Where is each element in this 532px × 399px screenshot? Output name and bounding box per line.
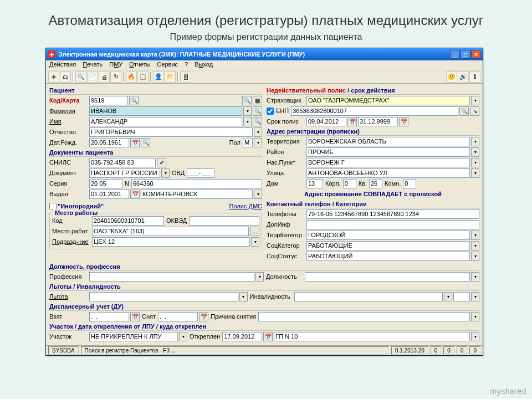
chk-enp[interactable] — [267, 108, 274, 115]
menu-reports[interactable]: Отчеты — [129, 61, 150, 69]
input-otkr-date[interactable] — [222, 332, 262, 341]
input-dop[interactable] — [306, 220, 479, 229]
tb-user-icon[interactable]: 👤 — [153, 71, 164, 83]
cal-otkr-icon[interactable] — [263, 332, 273, 341]
input-gp[interactable] — [274, 332, 470, 341]
find-icon[interactable]: 🔍 — [242, 96, 252, 105]
input-ovd[interactable] — [187, 168, 214, 178]
dd-terrkat[interactable] — [471, 231, 479, 240]
input-prich[interactable] — [258, 312, 470, 321]
maximize-button[interactable]: □ — [461, 50, 470, 59]
qr-icon[interactable]: ▦ — [253, 96, 262, 105]
input-seria[interactable] — [89, 179, 122, 188]
input-srok-from[interactable] — [306, 117, 346, 126]
input-strah[interactable] — [306, 96, 470, 105]
input-srok-to[interactable] — [358, 117, 398, 126]
input-snils[interactable] — [89, 158, 156, 167]
input-imya[interactable] — [89, 117, 242, 126]
input-raion[interactable] — [306, 147, 470, 157]
input-kod[interactable] — [89, 96, 128, 105]
menu-help[interactable]: ? — [185, 61, 188, 69]
input-nomer[interactable] — [131, 179, 262, 188]
input-terrkat[interactable] — [306, 231, 470, 240]
input-pol[interactable] — [243, 138, 253, 147]
tb-sound-icon[interactable]: 🔊 — [458, 71, 469, 83]
input-otchestvo[interactable] — [89, 127, 253, 137]
cal-dob-icon[interactable] — [130, 138, 140, 147]
input-sockat[interactable] — [306, 241, 470, 250]
tb-info-icon[interactable]: ℹ — [469, 71, 480, 83]
dd-imya[interactable] — [243, 117, 252, 126]
dd-dolzh[interactable] — [471, 272, 479, 282]
dd-podr[interactable] — [251, 237, 259, 247]
tb-card-icon[interactable]: 🗂 — [60, 71, 71, 83]
snils-check-icon[interactable]: ✔ — [157, 158, 166, 167]
dd-raion[interactable] — [471, 147, 479, 157]
input-komn[interactable] — [403, 179, 416, 188]
dd-familia[interactable] — [243, 106, 252, 116]
tb-fire-icon[interactable]: 🔥 — [126, 71, 137, 83]
input-uchastok[interactable] — [89, 332, 178, 341]
lookup-familia-icon[interactable]: 🔍 — [253, 106, 262, 116]
dd-sockat[interactable] — [471, 241, 479, 250]
input-terr[interactable] — [306, 137, 470, 146]
tb-new-icon[interactable]: 🞢 — [48, 71, 59, 83]
cal-vidan-icon[interactable] — [130, 190, 140, 199]
input-ulica[interactable] — [306, 168, 470, 178]
input-familia[interactable] — [89, 106, 242, 116]
dd-ulica[interactable] — [471, 168, 479, 178]
dd-strah[interactable] — [471, 96, 479, 105]
tb-db-icon[interactable]: 🗄 — [180, 71, 191, 83]
close-button[interactable]: ✕ — [471, 50, 481, 59]
dd-doc[interactable] — [161, 168, 170, 178]
lookup-dob-icon[interactable]: 🔍 — [141, 138, 150, 147]
input-dom[interactable] — [306, 179, 323, 188]
tb-print-icon[interactable]: 🖨 — [99, 71, 110, 83]
dd-prof[interactable] — [255, 272, 264, 282]
input-okved[interactable] — [189, 216, 259, 226]
cal-snyat-icon[interactable] — [199, 312, 208, 321]
input-inval2[interactable] — [453, 292, 470, 301]
lookup-imya-icon[interactable]: 🔍 — [253, 117, 262, 126]
input-vzyat[interactable] — [89, 312, 129, 321]
input-nas[interactable] — [306, 158, 470, 167]
dd-inval[interactable] — [444, 292, 452, 301]
minimize-button[interactable]: _ — [450, 50, 460, 59]
input-prof[interactable] — [89, 272, 254, 282]
input-podr[interactable] — [92, 237, 250, 247]
cal-srok-from-icon[interactable] — [347, 117, 357, 126]
cal-vzyat-icon[interactable] — [130, 312, 140, 321]
input-dob[interactable] — [89, 138, 129, 147]
dd-nas[interactable] — [471, 158, 479, 167]
input-korp[interactable] — [343, 179, 356, 188]
enp-action-icon[interactable]: ↘ — [470, 106, 479, 116]
tb-form-icon[interactable]: 📄 — [87, 71, 98, 83]
chk-inogor[interactable] — [49, 203, 57, 210]
input-dolzh[interactable] — [305, 272, 470, 282]
lookup-icon[interactable]: 🔍 — [129, 96, 139, 105]
input-snyat[interactable] — [158, 312, 198, 321]
input-inval[interactable] — [294, 292, 443, 301]
dd-pol[interactable] — [254, 138, 262, 147]
dd-terr[interactable] — [471, 137, 479, 146]
menu-service[interactable]: Сервис — [157, 61, 178, 69]
dd-prich[interactable] — [471, 312, 479, 321]
link-polis-dms[interactable]: Полис ДМС — [229, 203, 262, 209]
input-kv[interactable] — [369, 179, 382, 188]
input-mesto-kod[interactable] — [92, 216, 164, 226]
tb-smile-icon[interactable]: 🙂 — [446, 71, 457, 83]
tb-folder-icon[interactable]: 📁 — [165, 71, 176, 83]
input-tel[interactable] — [306, 209, 479, 219]
tb-doc-icon[interactable]: 📋 — [137, 71, 149, 83]
dd-socst[interactable] — [471, 252, 479, 261]
input-vidan-by[interactable] — [141, 190, 253, 199]
cal-srok-to-icon[interactable] — [399, 117, 408, 126]
mesto-more-icon[interactable]: … — [250, 227, 259, 236]
enp-lookup-icon[interactable]: 🔍 — [459, 106, 469, 116]
input-lgota[interactable] — [89, 292, 238, 301]
input-socst[interactable] — [306, 252, 470, 261]
input-vidan-date[interactable] — [89, 190, 129, 199]
input-enp[interactable] — [291, 106, 458, 116]
dd-vidan[interactable] — [254, 190, 262, 199]
tb-refresh-icon[interactable]: ↻ — [110, 71, 121, 83]
